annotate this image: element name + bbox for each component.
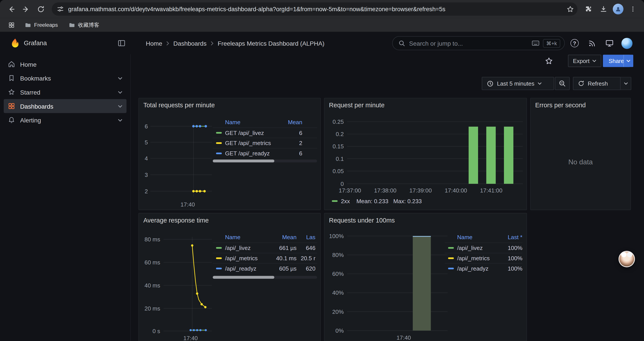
panel-title[interactable]: Errors per second	[535, 102, 586, 109]
bookmark-folder-freeleaps[interactable]: Freeleaps	[21, 21, 61, 30]
x-tick: 17:37:00	[336, 187, 364, 194]
bookmark-label: Freeleaps	[34, 22, 58, 28]
display-button[interactable]	[602, 36, 616, 50]
legend-scrollbar-thumb[interactable]	[213, 276, 274, 279]
refresh-button[interactable]: Refresh	[573, 77, 620, 90]
legend-header-last[interactable]: Last *	[498, 234, 522, 240]
breadcrumb-home[interactable]: Home	[146, 40, 162, 47]
share-label: Share	[609, 58, 624, 64]
legend-header-name[interactable]: Name	[225, 234, 270, 240]
sidebar-item-starred[interactable]: Starred	[4, 85, 126, 99]
bookmark-folder-blogs[interactable]: 收藏博客	[65, 20, 103, 30]
series-last: 646	[296, 245, 316, 251]
favorite-dashboard-button[interactable]	[545, 57, 553, 65]
time-range-picker[interactable]: Last 5 minutes	[482, 77, 554, 90]
sidebar-item-dashboards[interactable]: Dashboards	[4, 99, 126, 113]
export-button[interactable]: Export	[568, 55, 602, 67]
help-button[interactable]: ?	[568, 36, 582, 50]
legend-header-last[interactable]: Las	[296, 234, 316, 240]
sidebar-item-alerting[interactable]: Alerting	[4, 113, 126, 127]
series-name[interactable]: /api/_metrics	[225, 255, 270, 261]
forward-button[interactable]	[19, 2, 33, 16]
bookmark-star-icon[interactable]	[566, 5, 574, 13]
news-button[interactable]	[585, 36, 599, 50]
panel-title[interactable]: Average response time	[143, 217, 209, 224]
sidebar-item-label: Dashboards	[20, 103, 54, 110]
forward-icon	[22, 5, 30, 13]
series-name[interactable]: /api/_livez	[457, 245, 498, 251]
refresh-interval-button[interactable]	[620, 77, 631, 90]
panel-title[interactable]: Total requests per minute	[143, 102, 215, 109]
dashboards-grid-icon	[8, 103, 15, 110]
profile-button[interactable]	[611, 2, 625, 16]
y-tick: 0.15	[328, 143, 344, 150]
series-name[interactable]: /api/_livez	[225, 245, 270, 251]
dock-sidebar-icon	[118, 39, 126, 47]
refresh-icon	[578, 80, 584, 87]
chevron-down-icon[interactable]	[118, 77, 122, 80]
back-button[interactable]	[4, 2, 18, 16]
reload-button[interactable]	[34, 2, 48, 16]
chevron-down-icon[interactable]	[118, 105, 122, 108]
grafana-logo[interactable]	[10, 38, 20, 49]
legend-header-row: Name Mean	[213, 117, 317, 128]
search-icon	[398, 40, 405, 47]
legend-row: GET /api/_livez 6	[213, 128, 317, 138]
user-menu-button[interactable]	[620, 36, 634, 50]
site-settings-icon[interactable]	[57, 5, 64, 13]
bookmark-label: 收藏博客	[78, 21, 99, 29]
series-name[interactable]: /api/_metrics	[457, 255, 498, 261]
sidebar-item-label: Bookmarks	[20, 75, 51, 82]
legend-scrollbar-thumb[interactable]	[213, 160, 274, 162]
legend-header-row: Name Mean Las	[213, 232, 317, 243]
series-name[interactable]: GET /api/_readyz	[225, 150, 278, 157]
legend-header-name[interactable]: Name	[457, 234, 498, 240]
series-last: 620	[296, 265, 316, 272]
url-bar[interactable]: grafana.mathmast.com/d/deytv4rwavabkb/fr…	[52, 3, 577, 16]
time-range-label: Last 5 minutes	[497, 80, 534, 87]
folder-icon	[24, 22, 31, 28]
search-box[interactable]: ⌘+k	[392, 36, 565, 50]
share-menu-button[interactable]	[624, 55, 633, 67]
grafana-brand[interactable]: Grafana	[24, 32, 47, 54]
folder-icon	[68, 22, 75, 28]
series-name[interactable]: /api/_readyz	[457, 265, 498, 272]
browser-menu-button[interactable]	[626, 2, 640, 16]
panel-request-per-minute: Request per minute 0.25 0.2 0.15 0.1 0.0…	[324, 98, 527, 210]
sidebar-item-label: Starred	[20, 89, 40, 96]
apps-grid-button[interactable]	[6, 19, 17, 31]
legend-header-name[interactable]: Name	[225, 119, 278, 125]
dock-sidebar-button[interactable]	[118, 39, 126, 47]
url-text[interactable]: grafana.mathmast.com/d/deytv4rwavabkb/fr…	[68, 6, 562, 12]
sidebar-item-label: Alerting	[20, 117, 41, 124]
refresh-label: Refresh	[588, 80, 608, 87]
extensions-button[interactable]	[582, 2, 596, 16]
series-mean: 661 µs	[270, 245, 296, 251]
bar-chart	[347, 233, 448, 333]
legend-scrollbar-track	[213, 276, 317, 279]
panel-title[interactable]: Requests under 100ms	[329, 217, 395, 224]
series-name[interactable]: GET /api/_metrics	[225, 140, 278, 146]
series-color-blue	[216, 153, 222, 154]
sidebar-item-bookmarks[interactable]: Bookmarks	[4, 71, 126, 85]
chevron-down-icon[interactable]	[118, 91, 122, 94]
person-icon	[615, 6, 622, 12]
x-tick: 17:40	[177, 201, 198, 208]
series-color-green	[448, 247, 454, 249]
x-tick: 17:40	[394, 334, 414, 341]
zoom-out-time-button[interactable]	[555, 77, 570, 90]
y-tick: 0	[328, 181, 344, 187]
legend-header-mean[interactable]: Mean	[278, 119, 302, 125]
chevron-down-icon[interactable]	[118, 119, 122, 122]
legend-header-mean[interactable]: Mean	[270, 234, 296, 240]
series-name[interactable]: 2xx	[341, 198, 350, 204]
sidebar-item-home[interactable]: Home	[4, 57, 126, 71]
panel-title[interactable]: Request per minute	[329, 102, 384, 109]
series-name[interactable]: /api/_readyz	[225, 265, 270, 272]
downloads-button[interactable]	[596, 2, 610, 16]
series-name[interactable]: GET /api/_livez	[225, 129, 278, 136]
floating-assistant-avatar[interactable]	[618, 251, 635, 267]
search-input[interactable]	[409, 40, 528, 47]
breadcrumb-dashboards[interactable]: Dashboards	[174, 40, 207, 47]
y-tick: 3	[140, 171, 148, 178]
